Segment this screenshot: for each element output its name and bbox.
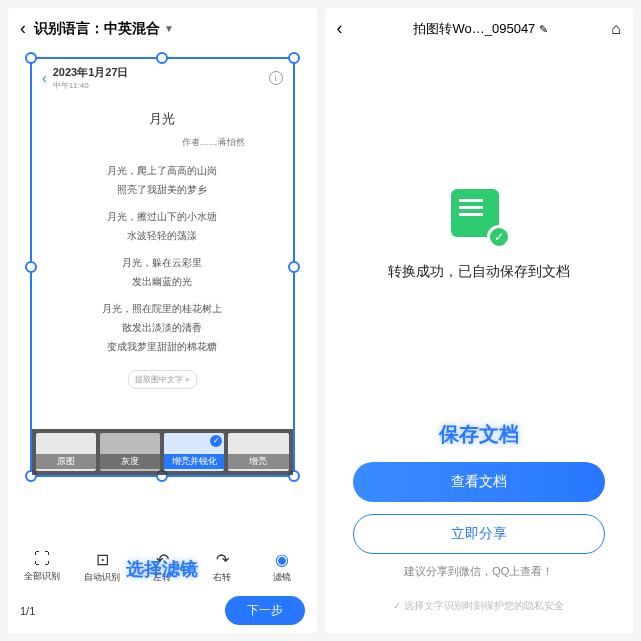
crop-canvas: ‹ 2023年1月27日 中午11:40 i 月光 作者……蒋怡然 月光，爬上了… <box>8 49 317 542</box>
check-badge-icon: ✓ <box>487 225 511 249</box>
tool-full-recognize[interactable]: ⛶全部识别 <box>12 550 72 584</box>
success-area: ✓ 转换成功，已自动保存到文档 <box>325 49 634 421</box>
success-icon: ✓ <box>451 189 507 245</box>
callout-save-doc: 保存文档 <box>353 421 606 448</box>
doc-header: ‹ 2023年1月27日 中午11:40 i <box>32 59 293 97</box>
left-screen: ‹ 识别语言： 中英混合 ▼ ‹ 2023年1月27日 中午11:40 i <box>8 8 317 633</box>
home-icon[interactable]: ⌂ <box>611 20 621 38</box>
crop-handle-mr[interactable] <box>288 261 300 273</box>
edit-icon[interactable]: ✎ <box>539 23 548 35</box>
auto-icon: ⊡ <box>72 550 132 569</box>
next-button[interactable]: 下一步 <box>225 596 305 625</box>
crop-handle-tr[interactable] <box>288 52 300 64</box>
info-icon: i <box>269 71 283 85</box>
filter-brighten[interactable]: 增亮 <box>228 433 288 471</box>
actions: 保存文档 查看文档 立即分享 建议分享到微信，QQ上查看！ 选择文字识别时刻保护… <box>325 421 634 633</box>
doc-body: 月光 作者……蒋怡然 月光，爬上了高高的山岗照亮了我甜美的梦乡 月光，擦过山下的… <box>32 97 293 399</box>
success-text: 转换成功，已自动保存到文档 <box>388 263 570 281</box>
full-icon: ⛶ <box>12 550 72 568</box>
tool-rotate-right[interactable]: ↷右转 <box>192 550 252 584</box>
header-right: ‹ 拍图转Wo…_095047✎ ⌂ <box>325 8 634 49</box>
doc-back-icon: ‹ <box>42 70 47 86</box>
rotate-right-icon: ↷ <box>192 550 252 569</box>
back-icon[interactable]: ‹ <box>20 18 26 39</box>
privacy-note: 选择文字识别时刻保护您的隐私安全 <box>353 599 606 613</box>
doc-tag: 提取图中文字 × <box>128 370 197 389</box>
doc-author: 作者……蒋怡然 <box>50 134 275 151</box>
doc-title-right: 拍图转Wo…_095047✎ <box>351 20 612 38</box>
back-icon[interactable]: ‹ <box>337 18 343 39</box>
lang-label: 识别语言： <box>34 20 104 38</box>
filter-original[interactable]: 原图 <box>36 433 96 471</box>
filter-strip: 原图 灰度 ✓ 增亮并锐化 增亮 <box>32 429 293 475</box>
lang-value[interactable]: 中英混合 <box>104 20 160 38</box>
doc-date: 2023年1月27日 <box>53 65 129 80</box>
footer-left: 1/1 下一步 <box>8 588 317 633</box>
filter-icon: ◉ <box>252 550 312 569</box>
tool-filter[interactable]: ◉滤镜 <box>252 550 312 584</box>
tool-auto-recognize[interactable]: ⊡自动识别 <box>72 550 132 584</box>
crop-handle-ml[interactable] <box>25 261 37 273</box>
right-screen: ‹ 拍图转Wo…_095047✎ ⌂ ✓ 转换成功，已自动保存到文档 保存文档 … <box>325 8 634 633</box>
page-indicator: 1/1 <box>20 605 35 617</box>
crop-box[interactable]: ‹ 2023年1月27日 中午11:40 i 月光 作者……蒋怡然 月光，爬上了… <box>30 57 295 477</box>
view-doc-button[interactable]: 查看文档 <box>353 462 606 502</box>
header-left: ‹ 识别语言： 中英混合 ▼ <box>8 8 317 49</box>
crop-handle-tl[interactable] <box>25 52 37 64</box>
chevron-down-icon[interactable]: ▼ <box>164 23 174 34</box>
doc-title: 月光 <box>50 107 275 132</box>
filter-brighten-sharpen[interactable]: ✓ 增亮并锐化 <box>164 433 224 471</box>
callout-select-filter: 选择滤镜 <box>126 557 198 581</box>
share-button[interactable]: 立即分享 <box>353 514 606 554</box>
doc-time: 中午11:40 <box>53 80 129 91</box>
filter-gray[interactable]: 灰度 <box>100 433 160 471</box>
share-hint: 建议分享到微信，QQ上查看！ <box>353 564 606 579</box>
